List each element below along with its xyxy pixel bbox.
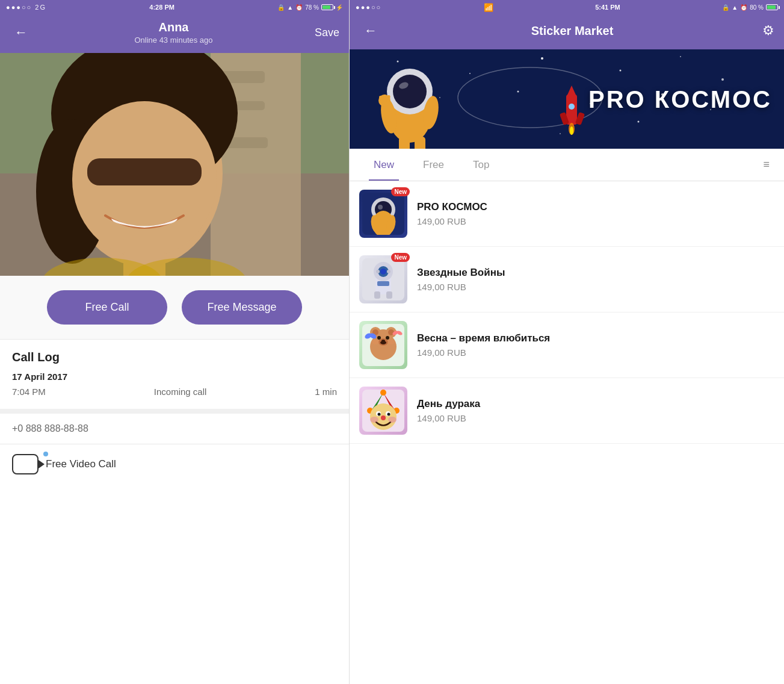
- settings-icon[interactable]: ⚙: [762, 23, 774, 39]
- svg-point-90: [380, 390, 386, 396]
- page-title-right: Sticker Market: [382, 24, 762, 38]
- video-icon-wrapper: [12, 454, 39, 474]
- sticker-info-3: День дурака 149,00 RUB: [417, 398, 774, 423]
- battery-fill-left: [323, 5, 331, 9]
- right-panel: ●●●○○ 📶 5:41 PM 🔒 ▲ ⏰ 80 % ← Sticker Mar…: [349, 0, 784, 684]
- sticker-info-0: PRO КОСМОС 149,00 RUB: [417, 201, 774, 226]
- free-message-button[interactable]: Free Message: [182, 290, 302, 325]
- location-icon: ▲: [287, 4, 293, 11]
- battery-icon-right: [766, 4, 778, 10]
- svg-point-79: [381, 340, 385, 342]
- sticker-name-2: Весна – время влюбиться: [417, 332, 774, 344]
- svg-point-96: [378, 413, 381, 416]
- call-log-date: 17 April 2017: [12, 372, 337, 382]
- svg-point-32: [393, 75, 427, 108]
- battery-icon-left: [321, 4, 333, 10]
- svg-point-20: [721, 78, 724, 81]
- sticker-item-1[interactable]: New Звездные Войны 149,00 RUB: [350, 247, 784, 312]
- left-panel: ●●●○○ 2G 4:28 PM 🔒 ▲ ⏰ 78 % ⚡ ← Anna Onl…: [0, 0, 349, 684]
- svg-point-98: [381, 415, 386, 420]
- battery-pct-left: 78 %: [305, 4, 319, 11]
- sticker-img-0: [359, 190, 407, 238]
- header-left: ← Anna Online 43 minutes ago Save: [0, 14, 349, 53]
- video-call-label: Free Video Call: [46, 458, 116, 470]
- status-bar-right: ●●●○○ 📶 5:41 PM 🔒 ▲ ⏰ 80 %: [350, 0, 784, 14]
- tabs-bar: New Free Top ≡: [350, 149, 784, 181]
- sticker-name-1: Звездные Войны: [417, 267, 774, 279]
- svg-rect-65: [377, 281, 389, 286]
- sticker-thumb-3: [359, 387, 407, 435]
- sticker-name-0: PRO КОСМОС: [417, 201, 774, 213]
- svg-rect-41: [415, 137, 425, 149]
- svg-rect-63: [374, 291, 380, 299]
- svg-point-15: [397, 61, 399, 63]
- sticker-svg-3: [362, 390, 404, 432]
- sticker-list: New PRO КОСМОС 149,00 RUB: [350, 181, 784, 684]
- banner: PRO КОСМОС: [350, 49, 784, 149]
- svg-rect-64: [386, 291, 392, 299]
- right-icons-right: 🔒 ▲ ⏰ 80 %: [722, 4, 778, 11]
- svg-point-54: [378, 205, 383, 210]
- svg-rect-10: [87, 158, 202, 185]
- contact-name: Anna: [32, 20, 315, 34]
- svg-point-81: [387, 340, 395, 344]
- charging-icon: ⚡: [336, 4, 343, 11]
- time-right: 5:41 PM: [595, 4, 620, 11]
- sticker-info-2: Весна – время влюбиться 149,00 RUB: [417, 332, 774, 358]
- svg-point-22: [517, 91, 519, 93]
- svg-point-18: [620, 70, 622, 72]
- svg-point-16: [469, 73, 471, 74]
- sticker-item-2[interactable]: Весна – время влюбиться 149,00 RUB: [350, 312, 784, 378]
- phone-number: +0 888 888-88-88: [12, 423, 337, 434]
- svg-point-48: [569, 104, 575, 110]
- svg-point-62: [380, 269, 386, 275]
- svg-rect-38: [383, 95, 386, 102]
- svg-point-80: [372, 340, 379, 344]
- call-duration: 1 min: [315, 387, 337, 397]
- svg-point-26: [560, 133, 561, 134]
- lock-icon-right: 🔒: [722, 4, 729, 11]
- carrier-left: ●●●○○ 2G: [6, 4, 46, 11]
- tab-top[interactable]: Top: [458, 149, 504, 181]
- header-right: ← Sticker Market ⚙: [350, 14, 784, 49]
- alarm-icon-right: ⏰: [740, 4, 747, 11]
- sticker-img-2: [359, 321, 407, 369]
- sticker-item-3[interactable]: День дурака 149,00 RUB: [350, 378, 784, 444]
- sticker-badge-0: New: [391, 187, 410, 196]
- video-call-row[interactable]: Free Video Call: [0, 444, 349, 484]
- sticker-price-3: 149,00 RUB: [417, 413, 774, 423]
- call-type: Incoming call: [154, 387, 207, 397]
- right-icons-left: 🔒 ▲ ⏰ 78 % ⚡: [277, 4, 343, 11]
- svg-point-100: [388, 417, 397, 423]
- divider-1: [0, 409, 349, 414]
- call-log-title: Call Log: [12, 350, 337, 364]
- svg-point-97: [387, 413, 390, 416]
- tab-new[interactable]: New: [359, 149, 409, 181]
- profile-photo: [0, 53, 349, 276]
- tab-free[interactable]: Free: [409, 149, 458, 181]
- action-buttons: Free Call Free Message: [0, 276, 349, 339]
- title-area-left: Anna Online 43 minutes ago: [32, 20, 315, 45]
- free-call-button[interactable]: Free Call: [47, 290, 167, 325]
- svg-point-66: [376, 270, 380, 273]
- svg-rect-40: [399, 137, 410, 149]
- sticker-svg-2: [362, 324, 404, 366]
- sticker-svg-0: [362, 193, 404, 235]
- status-bar-left: ●●●○○ 2G 4:28 PM 🔒 ▲ ⏰ 78 % ⚡: [0, 0, 349, 14]
- save-button[interactable]: Save: [315, 26, 339, 39]
- back-button-right[interactable]: ←: [359, 20, 382, 41]
- carrier-right: ●●●○○: [356, 4, 381, 11]
- back-button-left[interactable]: ←: [10, 22, 32, 43]
- sticker-item-0[interactable]: New PRO КОСМОС 149,00 RUB: [350, 181, 784, 247]
- svg-point-21: [439, 97, 440, 98]
- svg-point-19: [680, 56, 681, 57]
- phone-section: +0 888 888-88-88: [0, 414, 349, 444]
- call-time: 7:04 PM: [12, 387, 46, 397]
- svg-point-76: [386, 336, 389, 340]
- online-status: Online 43 minutes ago: [32, 36, 315, 45]
- sticker-thumb-0: New: [359, 190, 407, 238]
- tab-menu-icon[interactable]: ≡: [758, 149, 774, 181]
- svg-point-27: [638, 121, 640, 123]
- svg-point-75: [377, 336, 381, 340]
- battery-fill-right: [767, 5, 776, 9]
